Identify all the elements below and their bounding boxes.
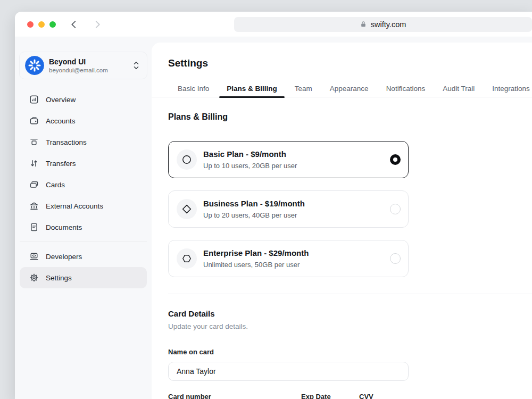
name-on-card-input[interactable] [168, 362, 409, 381]
tab-basic-info[interactable]: Basic Info [170, 84, 217, 97]
lock-icon [360, 21, 367, 28]
radio-selected[interactable] [390, 154, 401, 165]
sidebar-item-label: Accounts [46, 117, 76, 125]
plan-option-business[interactable]: Business Plan - $19/month Up to 20 users… [168, 190, 409, 228]
gear-icon [29, 273, 39, 282]
credit-cards-icon [29, 180, 39, 189]
plan-subtitle: Up to 20 users, 40GB per user [203, 211, 305, 220]
plan-option-basic[interactable]: Basic Plan - $9/month Up to 10 users, 20… [168, 141, 409, 178]
close-window-button[interactable] [27, 21, 34, 28]
plan-option-enterprise[interactable]: Enterprise Plan - $29/month Unlimited us… [168, 240, 409, 277]
circle-icon [177, 149, 197, 170]
browser-window: swifty.com [15, 12, 532, 399]
main-area: Settings Basic Info Plans & Billing Team… [152, 37, 532, 399]
bar-chart-icon [29, 95, 39, 104]
wallet-icon [29, 116, 39, 126]
plan-subtitle: Up to 10 users, 20GB per user [203, 161, 297, 170]
browser-toolbar: swifty.com [15, 12, 532, 37]
asterisk-spinner-icon [25, 56, 44, 75]
sidebar-item-transfers[interactable]: Transfers [20, 153, 147, 174]
plan-title: Enterprise Plan - $29/month [203, 248, 309, 258]
tab-audit-trail[interactable]: Audit Trail [435, 84, 482, 97]
diamond-icon [177, 199, 197, 219]
cash-box-icon [29, 137, 39, 147]
workspace-switcher[interactable]: Beyond UI beyondui@email.com [19, 52, 147, 79]
sidebar-divider [20, 242, 147, 242]
workspace-name: Beyond UI [49, 57, 108, 66]
exp-date-label: Exp Date [301, 393, 359, 399]
sidebar-item-label: Transfers [46, 160, 76, 168]
plan-subtitle: Unlimited users, 50GB per user [203, 260, 309, 269]
tab-team[interactable]: Team [287, 84, 320, 97]
card-details-title: Card Details [168, 309, 532, 319]
card-fields-labels: Card number Exp Date CVV [168, 393, 409, 399]
sidebar-item-cards[interactable]: Cards [20, 174, 147, 195]
radio-unselected[interactable] [390, 253, 401, 264]
radio-unselected[interactable] [390, 204, 401, 214]
name-on-card-label: Name on card [168, 348, 532, 356]
hexagon-icon [177, 248, 197, 269]
sidebar-item-accounts[interactable]: Accounts [20, 110, 147, 131]
desktop-background: swifty.com [0, 0, 532, 399]
page-title: Settings [168, 57, 532, 69]
settings-panel: Settings Basic Info Plans & Billing Team… [152, 43, 532, 399]
url-text: swifty.com [371, 20, 406, 29]
document-icon [29, 222, 39, 232]
section-title: Plans & Billing [168, 112, 532, 122]
sidebar-item-documents[interactable]: Documents [20, 217, 147, 238]
tab-plans-billing[interactable]: Plans & Billing [219, 84, 285, 97]
laptop-code-icon [29, 252, 39, 261]
sidebar-item-developers[interactable]: Developers [20, 246, 147, 267]
minimize-window-button[interactable] [38, 21, 45, 28]
sidebar-item-label: Transactions [46, 138, 87, 146]
section-divider [168, 294, 532, 294]
sidebar-item-label: Developers [46, 253, 82, 261]
address-bar[interactable]: swifty.com [234, 17, 532, 32]
chevron-up-down-icon [132, 60, 140, 71]
window-controls [15, 21, 56, 28]
sidebar-item-external-accounts[interactable]: External Accounts [20, 195, 147, 217]
sidebar-item-overview[interactable]: Overview [20, 89, 147, 110]
sidebar-item-label: Overview [46, 96, 76, 104]
plan-options: Basic Plan - $9/month Up to 10 users, 20… [168, 141, 409, 277]
plan-title: Business Plan - $19/month [203, 198, 305, 209]
sidebar-item-transactions[interactable]: Transactions [20, 131, 147, 153]
tab-appearance[interactable]: Appearance [322, 84, 376, 97]
bank-icon [29, 201, 39, 211]
plan-title: Basic Plan - $9/month [203, 149, 297, 159]
back-arrow-icon[interactable] [69, 19, 79, 30]
arrows-up-down-icon [29, 159, 39, 168]
settings-tabs: Basic Info Plans & Billing Team Appearan… [152, 84, 532, 97]
tab-notifications[interactable]: Notifications [379, 84, 433, 97]
sidebar-item-label: External Accounts [46, 202, 103, 210]
sidebar-item-settings[interactable]: Settings [20, 267, 147, 288]
tab-integrations[interactable]: Integrations [485, 84, 532, 97]
card-details-subtitle: Update your card details. [168, 322, 532, 331]
sidebar-item-label: Documents [46, 223, 82, 231]
workspace-email: beyondui@email.com [49, 66, 108, 74]
sidebar-item-label: Cards [46, 181, 65, 189]
sidebar: Beyond UI beyondui@email.com [15, 37, 152, 399]
sidebar-item-label: Settings [46, 274, 72, 282]
card-number-label: Card number [168, 393, 301, 399]
sidebar-nav: Overview Accounts [15, 89, 152, 288]
cvv-label: CVV [359, 393, 373, 399]
forward-arrow-icon[interactable] [92, 19, 103, 30]
maximize-window-button[interactable] [49, 21, 56, 28]
